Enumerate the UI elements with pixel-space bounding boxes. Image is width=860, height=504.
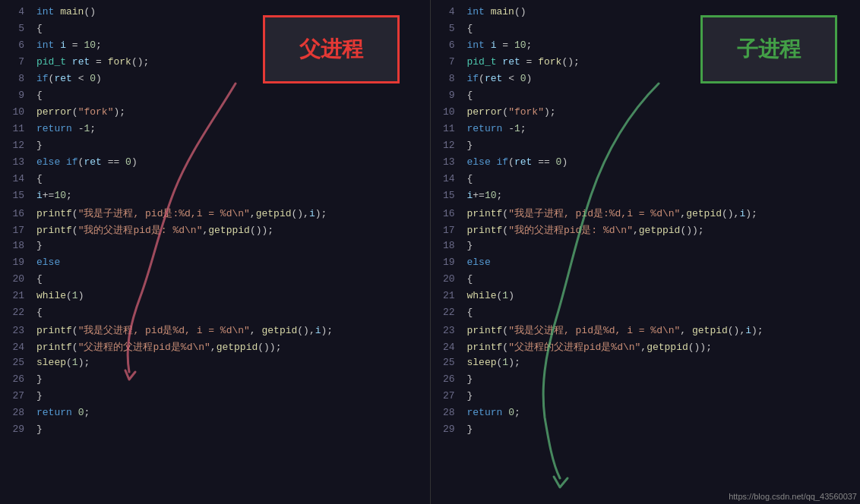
code-line: 25 sleep(1);	[0, 357, 430, 373]
code-line: 16 printf("我是子进程, pid是:%d,i = %d\n",getp…	[431, 206, 861, 223]
code-line: 25 sleep(1);	[431, 357, 861, 373]
code-line: 13 else if(ret == 0)	[0, 156, 430, 173]
line-number: 25	[6, 357, 24, 368]
line-number: 21	[437, 290, 455, 301]
code-content: }	[467, 424, 473, 435]
line-number: 24	[6, 342, 24, 353]
code-content: int main()	[467, 6, 526, 17]
code-line: 18 }	[431, 240, 861, 257]
line-number: 27	[437, 390, 455, 402]
code-line: 26 }	[0, 373, 430, 390]
code-line: 27 }	[0, 390, 430, 407]
code-line: 13 else if(ret == 0)	[431, 156, 861, 173]
code-content: return -1;	[467, 123, 526, 134]
code-content: perror("fork");	[467, 106, 556, 118]
code-line: 29}	[0, 424, 430, 440]
line-number: 16	[437, 208, 455, 219]
code-line: 20 {	[431, 273, 861, 290]
line-number: 24	[437, 342, 455, 353]
code-content: }	[467, 140, 473, 151]
code-content: {	[467, 23, 473, 34]
code-content: i+=10;	[467, 190, 503, 201]
code-content: }	[36, 424, 43, 435]
code-content: int main()	[36, 6, 96, 17]
code-content: }	[36, 140, 43, 151]
code-line: 21 while(1)	[0, 290, 430, 307]
line-number: 15	[6, 190, 24, 201]
code-content: pid_t ret = fork();	[467, 56, 580, 68]
code-line: 12 }	[431, 140, 861, 156]
code-content: {	[36, 173, 43, 184]
line-number: 10	[6, 106, 24, 118]
line-number: 22	[6, 307, 24, 318]
code-content: i+=10;	[36, 190, 72, 201]
code-line: 19 else	[431, 257, 861, 273]
line-number: 18	[6, 240, 24, 251]
line-number: 19	[6, 257, 24, 268]
code-content: }	[467, 240, 473, 251]
code-line: 12 }	[0, 140, 430, 156]
code-content: return -1;	[36, 123, 96, 134]
code-line: 22 {	[0, 307, 430, 323]
code-content: else if(ret == 0)	[467, 156, 568, 168]
line-number: 20	[6, 273, 24, 285]
code-line: 21 while(1)	[431, 290, 861, 307]
right-panel: 子进程 4int main()5{6 int i = 10;7 pid_t re…	[431, 0, 861, 504]
code-line: 11 return -1;	[431, 123, 861, 140]
line-number: 10	[437, 106, 455, 118]
code-content: {	[36, 90, 43, 101]
code-content: {	[467, 307, 473, 318]
code-content: printf("父进程的父进程pid是%d\n",getppid());	[36, 340, 281, 354]
line-number: 23	[437, 325, 455, 336]
code-line: 24 printf("父进程的父进程pid是%d\n",getppid());	[431, 340, 861, 357]
line-number: 23	[6, 325, 24, 336]
line-number: 28	[6, 407, 24, 418]
code-content: return 0;	[36, 407, 90, 418]
code-line: 9 {	[0, 90, 430, 106]
code-line: 9 {	[431, 90, 861, 106]
code-content: }	[467, 373, 473, 385]
code-content: printf("我的父进程pid是: %d\n",getppid());	[36, 223, 273, 237]
code-content: printf("我是子进程, pid是:%d,i = %d\n",getpid(…	[467, 206, 757, 220]
code-line: 15 i+=10;	[431, 190, 861, 206]
line-number: 7	[6, 56, 24, 68]
line-number: 21	[6, 290, 24, 301]
code-line: 11 return -1;	[0, 123, 430, 140]
code-line: 29}	[431, 424, 861, 440]
line-number: 8	[6, 73, 24, 84]
code-line: 24 printf("父进程的父进程pid是%d\n",getppid());	[0, 340, 430, 357]
code-line: 26 }	[431, 373, 861, 390]
code-content: pid_t ret = fork();	[36, 56, 149, 68]
line-number: 19	[437, 257, 455, 268]
line-number: 18	[437, 240, 455, 251]
code-line: 17 printf("我的父进程pid是: %d\n",getppid());	[0, 223, 430, 240]
code-content: printf("我是子进程, pid是:%d,i = %d\n",getpid(…	[36, 206, 327, 220]
code-content: }	[36, 373, 43, 385]
code-content: int i = 10;	[36, 39, 102, 51]
line-number: 6	[437, 39, 455, 51]
line-number: 7	[437, 56, 455, 68]
code-line: 17 printf("我的父进程pid是: %d\n",getppid());	[431, 223, 861, 240]
code-line: 23 printf("我是父进程, pid是%d, i = %d\n", get…	[0, 323, 430, 340]
line-number: 5	[6, 23, 24, 34]
line-number: 27	[6, 390, 24, 402]
code-content: }	[36, 240, 43, 251]
code-content: else	[467, 257, 491, 268]
code-line: 18 }	[0, 240, 430, 257]
line-number: 17	[437, 225, 455, 236]
line-number: 26	[6, 373, 24, 385]
code-line: 10 perror("fork");	[0, 106, 430, 123]
line-number: 22	[437, 307, 455, 318]
line-number: 13	[437, 156, 455, 168]
line-number: 29	[6, 424, 24, 435]
code-content: }	[36, 390, 43, 402]
code-content: while(1)	[36, 290, 84, 301]
line-number: 11	[437, 123, 455, 134]
code-content: return 0;	[467, 407, 520, 418]
line-number: 25	[437, 357, 455, 368]
line-number: 6	[6, 39, 24, 51]
code-content: sleep(1);	[467, 357, 520, 368]
line-number: 28	[437, 407, 455, 418]
line-number: 4	[6, 6, 24, 17]
code-line: 27 }	[431, 390, 861, 407]
